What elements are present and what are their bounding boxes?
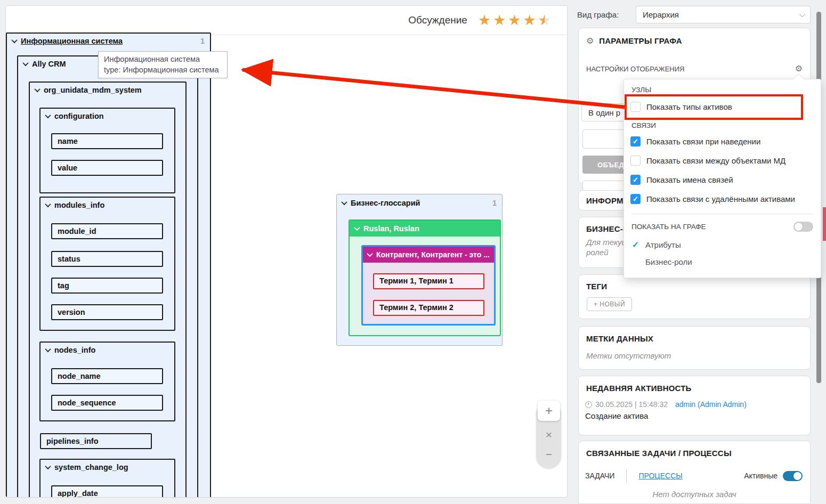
checkbox-icon[interactable] (630, 194, 641, 204)
chevron-down-icon[interactable] (22, 60, 28, 66)
node-configuration-label[interactable]: configuration (54, 112, 104, 120)
attr-tag[interactable]: tag (51, 278, 163, 294)
star-icon[interactable]: ★ (508, 13, 521, 28)
checkbox-icon[interactable] (630, 175, 641, 185)
nodes-section-label: УЗЛЫ (624, 79, 821, 94)
chevron-down-icon[interactable] (45, 464, 51, 469)
node-count-badge: 1 (492, 199, 497, 207)
checkbox-icon[interactable] (630, 136, 641, 147)
check-icon: ✓ (630, 240, 641, 250)
layout-select-value: В один р (588, 108, 620, 117)
active-toggle[interactable] (783, 471, 803, 481)
chevron-down-icon[interactable] (45, 346, 51, 352)
checkbox-label: Показать связи при наведении (646, 137, 760, 146)
node-business-glossary[interactable]: Бизнес-глоссарий 1 Ruslan, Ruslan Контра… (336, 194, 503, 346)
checkbox-label: Показать связи с удалёнными активами (646, 194, 795, 204)
graph-view-select[interactable]: Иерархия (636, 6, 811, 23)
node-business-glossary-header[interactable]: Бизнес-глоссарий 1 (337, 194, 502, 212)
node-system-change-log-header[interactable]: system_change_log (41, 460, 174, 475)
checkbox-show-links-md-objects[interactable]: Показать связи между объектами МД (624, 151, 821, 170)
divider (631, 214, 813, 214)
menu-item-label: Атрибуты (645, 240, 681, 249)
menu-item-business-roles[interactable]: ✓ Бизнес-роли (624, 253, 821, 270)
attr-status[interactable]: status (51, 251, 163, 267)
tasks-empty-text: Нет доступных задач (579, 482, 810, 499)
related-tasks-panel: СВЯЗАННЫЕ ЗАДАЧИ / ПРОЦЕССЫ ЗАДАЧИ ПРОЦЕ… (578, 441, 811, 504)
chevron-down-icon[interactable] (11, 37, 17, 43)
display-settings-label: НАСТРОЙКИ ОТОБРАЖЕНИЯ (586, 65, 684, 73)
attr-value[interactable]: value (51, 160, 163, 176)
chevron-down-icon[interactable] (45, 201, 51, 207)
node-entity-header[interactable]: Контрагент, Контрагент - это ... (363, 247, 494, 263)
annotation-highlight-box (625, 94, 803, 120)
checkbox-show-links-deleted[interactable]: Показать связи с удалёнными активами (624, 189, 821, 208)
node-term-1[interactable]: Термин 1, Термин 1 (373, 273, 484, 289)
show-on-graph-row: ПОКАЗАТЬ НА ГРАФЕ (624, 219, 821, 234)
checkbox-icon[interactable] (630, 156, 641, 166)
node-count-badge: 1 (200, 37, 205, 45)
checkbox-label: Показать связи между объектами МД (646, 156, 785, 165)
chevron-down-icon[interactable] (34, 86, 40, 92)
chevron-down-icon[interactable] (341, 199, 347, 205)
tab-divider (626, 469, 627, 482)
graph-view-label: Вид графа: (577, 10, 619, 19)
attr-node-sequence[interactable]: node_sequence (51, 395, 163, 411)
node-nodes-info-label[interactable]: nodes_info (54, 346, 95, 354)
zoom-reset-button[interactable]: × (542, 428, 555, 441)
star-icon[interactable]: ★ (493, 13, 506, 28)
node-domain-header[interactable]: Ruslan, Ruslan (350, 221, 500, 237)
canvas-header: Обсуждение ★ ★ ★ ★ ★★ (6, 6, 567, 35)
node-ally-crm-label[interactable]: Ally CRM (32, 60, 66, 68)
node-information-system-label[interactable]: Информационная система (21, 37, 123, 45)
node-configuration[interactable]: configuration (39, 108, 175, 193)
recent-activity-title: НЕДАВНЯЯ АКТИВНОСТЬ (586, 384, 692, 393)
display-settings-gear-icon[interactable]: ⚙ (795, 64, 803, 73)
node-org-header[interactable]: org_unidata_mdm_system (30, 83, 185, 97)
menu-item-attributes[interactable]: ✓ Атрибуты (624, 236, 821, 253)
node-entity-kontragent[interactable]: Контрагент, Контрагент - это ... Термин … (361, 245, 496, 326)
attr-version[interactable]: version (51, 304, 163, 320)
zoom-out-button[interactable]: − (542, 448, 555, 461)
data-labels-title: МЕТКИ ДАННЫХ (579, 327, 810, 343)
edge-red-marker (823, 207, 826, 241)
tooltip-title: Информационная система (104, 54, 222, 64)
node-modules-info-header[interactable]: modules_info (41, 198, 174, 213)
show-on-graph-toggle[interactable] (793, 222, 813, 232)
node-term-2[interactable]: Термин 2, Термин 2 (373, 300, 484, 316)
node-entity-label[interactable]: Контрагент, Контрагент - это ... (376, 250, 490, 259)
checkbox-show-link-names[interactable]: Показать имена связей (624, 170, 821, 189)
new-tag-button[interactable]: + НОВЫЙ (587, 297, 632, 311)
star-icon[interactable]: ★ (523, 13, 536, 28)
attr-module-id[interactable]: module_id (51, 223, 163, 239)
attr-name[interactable]: name (51, 133, 163, 149)
activity-user-link[interactable]: admin (Admin Admin) (675, 400, 747, 409)
node-system-change-log-label[interactable]: system_change_log (54, 463, 128, 472)
attr-apply-date[interactable]: apply_date (51, 485, 163, 498)
chevron-down-icon[interactable] (354, 225, 360, 231)
attr-node-name[interactable]: node_name (51, 368, 163, 384)
chevron-down-icon[interactable] (45, 112, 51, 118)
tab-tasks[interactable]: ЗАДАЧИ (585, 472, 614, 480)
chevron-down-icon[interactable] (367, 251, 372, 257)
node-modules-info-label[interactable]: modules_info (54, 201, 104, 209)
checkbox-show-links-hover[interactable]: Показать связи при наведении (624, 132, 821, 151)
half-star-icon[interactable]: ★★ (538, 13, 551, 28)
node-domain-label[interactable]: Ruslan, Ruslan (363, 224, 419, 233)
node-configuration-header[interactable]: configuration (41, 109, 174, 124)
active-toggle-label: Активные (744, 472, 778, 480)
activity-timestamp: 30.05.2025 | 15:48:32 (595, 400, 668, 409)
node-org-label[interactable]: org_unidata_mdm_system (44, 86, 142, 94)
node-information-system-header[interactable]: Информационная система 1 (7, 34, 210, 48)
node-pipelines-info[interactable]: pipelines_info (40, 433, 152, 449)
star-icon[interactable]: ★ (478, 13, 491, 28)
node-business-glossary-label[interactable]: Бизнес-глоссарий (351, 199, 420, 207)
node-nodes-info-header[interactable]: nodes_info (41, 343, 174, 357)
graph-canvas: Обсуждение ★ ★ ★ ★ ★★ Информационная сис… (5, 5, 568, 498)
data-labels-empty-text: Метки отсутствуют (579, 343, 810, 360)
tab-processes[interactable]: ПРОЦЕССЫ (638, 472, 682, 480)
checkbox-label: Показать имена связей (646, 175, 733, 184)
zoom-in-button[interactable]: + (538, 401, 560, 421)
rating-stars[interactable]: ★ ★ ★ ★ ★★ (478, 13, 551, 28)
node-domain-ruslan[interactable]: Ruslan, Ruslan Контрагент, Контрагент - … (349, 220, 501, 336)
graph-view-value: Иерархия (643, 10, 679, 19)
